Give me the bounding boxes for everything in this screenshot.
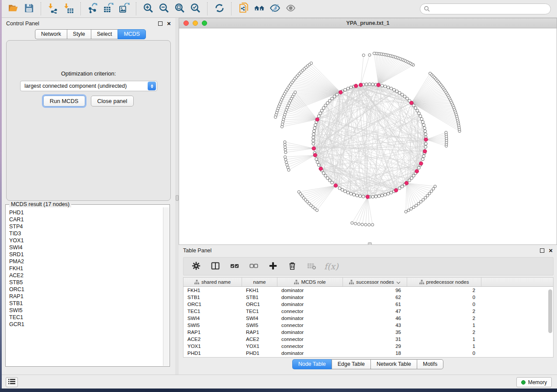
export-table-button[interactable]	[100, 1, 116, 16]
select-all-rows-button[interactable]	[228, 259, 241, 273]
cell-name: SWI4	[242, 316, 277, 321]
column-header-MCDS-role[interactable]: MCDS role	[277, 278, 343, 286]
mcds-result-item[interactable]: GCR1	[9, 321, 163, 328]
column-header-successor-nodes[interactable]: successor nodes	[343, 278, 407, 286]
delete-table-button[interactable]	[305, 259, 318, 273]
search-input[interactable]	[420, 3, 551, 14]
float-panel-icon[interactable]	[158, 21, 163, 26]
network-from-selection-button[interactable]	[235, 1, 251, 16]
table-row[interactable]: FKH1FKH1dominator962	[183, 287, 553, 294]
show-panels-button[interactable]	[6, 377, 18, 387]
open-folder-icon	[8, 3, 19, 15]
tab-motifs[interactable]: Motifs	[417, 359, 443, 369]
cell-MCDS-role: connector	[277, 337, 343, 342]
tab-network-table[interactable]: Network Table	[370, 359, 417, 369]
search-icon	[424, 6, 430, 12]
zoom-in-button[interactable]	[140, 1, 156, 16]
mcds-result-item[interactable]: TEC1	[9, 314, 163, 321]
table-row[interactable]: TEC1TEC1connector472	[183, 308, 553, 315]
export-image-button[interactable]	[116, 1, 132, 16]
hide-selected-button[interactable]	[267, 1, 283, 16]
network-window-titlebar[interactable]: YPA_prune.txt_1	[179, 18, 557, 28]
gear-icon	[191, 261, 201, 272]
column-layout-button[interactable]	[209, 259, 222, 273]
mcds-result-item[interactable]: PHD1	[9, 209, 163, 216]
table-row[interactable]: SWI5SWI5connector431	[183, 322, 553, 329]
vertical-splitter[interactable]	[175, 18, 179, 375]
import-network-button[interactable]	[45, 1, 61, 16]
mcds-result-item[interactable]: ACE2	[9, 272, 163, 279]
table-row[interactable]: SWI4SWI4dominator462	[183, 315, 553, 322]
deselect-all-rows-button[interactable]	[247, 259, 260, 273]
cell-name: SWI5	[242, 323, 277, 328]
table-row[interactable]: RAP1RAP1dominator352	[183, 329, 553, 336]
close-panel-icon[interactable]: ×	[549, 248, 553, 253]
toolbar-separator	[207, 2, 208, 15]
column-settings-button[interactable]	[190, 259, 203, 273]
column-header-name[interactable]: name	[242, 278, 277, 286]
show-all-button[interactable]	[283, 1, 298, 16]
memory-button[interactable]: Memory	[516, 377, 552, 387]
mcds-result-item[interactable]: RAP1	[9, 293, 163, 300]
table-toolbar: f(x)	[183, 257, 554, 275]
column-header-shared-name[interactable]: shared name	[183, 278, 242, 286]
open-file-button[interactable]	[5, 1, 21, 16]
mcds-result-item[interactable]: SWI5	[9, 307, 163, 314]
checked-boxes-icon	[230, 261, 239, 272]
mcds-result-item[interactable]: FKH1	[9, 265, 163, 272]
optimization-criterion-label: Optimization criterion:	[7, 70, 170, 77]
delete-column-button[interactable]	[286, 259, 299, 273]
column-header-predecessor-nodes[interactable]: predecessor nodes	[407, 278, 481, 286]
table-row[interactable]: ACE2ACE2connector311	[183, 336, 553, 343]
mcds-result-item[interactable]: ORC1	[9, 286, 163, 293]
tab-select[interactable]: Select	[91, 29, 118, 39]
first-neighbors-button[interactable]	[251, 1, 267, 16]
close-panel-button[interactable]: Close panel	[91, 96, 134, 107]
mcds-result-list[interactable]: PHD1CAR1STP4TID3YOX1SWI4SRD1PMA2FKH1ACE2…	[6, 207, 163, 366]
zoom-selected-icon	[190, 3, 201, 15]
function-builder-icon[interactable]: f(x)	[324, 261, 339, 271]
network-canvas[interactable]	[179, 28, 557, 244]
optimization-criterion-select[interactable]: largest connected component (undirected)	[20, 81, 157, 91]
import-table-icon	[63, 3, 74, 15]
tab-edge-table[interactable]: Edge Table	[332, 359, 370, 369]
zoom-fit-button[interactable]	[172, 1, 187, 16]
control-panel-title: Control Panel	[6, 21, 39, 27]
mcds-result-item[interactable]: TID3	[9, 230, 163, 237]
mcds-result-item[interactable]: STB1	[9, 300, 163, 307]
mcds-result-item[interactable]: CAR1	[9, 216, 163, 223]
table-row[interactable]: ORC1ORC1dominator610	[183, 301, 553, 308]
save-session-button[interactable]	[21, 1, 37, 16]
mcds-result-item[interactable]: SWI4	[9, 244, 163, 251]
cell-successor-nodes: 43	[343, 323, 407, 328]
tab-network[interactable]: Network	[35, 29, 67, 39]
mcds-result-item[interactable]: STB5	[9, 279, 163, 286]
eye-slash-icon	[270, 3, 280, 15]
table-row[interactable]: STB1STB1dominator620	[183, 294, 553, 301]
float-panel-icon[interactable]	[540, 248, 544, 253]
run-mcds-button[interactable]: Run MCDS	[43, 96, 85, 107]
sort-desc-icon	[397, 280, 401, 284]
tab-mcds[interactable]: MCDS	[118, 29, 146, 39]
mcds-result-item[interactable]: YOX1	[9, 237, 163, 244]
tab-node-table[interactable]: Node Table	[292, 359, 332, 369]
add-column-button[interactable]	[266, 259, 280, 273]
desktop-wallpaper-bottom	[0, 389, 557, 392]
mcds-result-scrollbar[interactable]	[163, 207, 169, 366]
import-network-icon	[48, 3, 59, 15]
table-scrollbar[interactable]	[548, 289, 552, 333]
import-table-button[interactable]	[61, 1, 76, 16]
splitter-grip[interactable]	[176, 195, 179, 201]
zoom-out-button[interactable]	[156, 1, 172, 16]
table-row[interactable]: YOX1YOX1connector291	[183, 343, 553, 350]
zoom-selected-button[interactable]	[187, 1, 203, 16]
table-header-row: shared namenameMCDS rolesuccessor nodesp…	[183, 278, 553, 287]
mcds-result-item[interactable]: SRD1	[9, 251, 163, 258]
table-row[interactable]: PHD1PHD1dominator180	[183, 350, 553, 357]
apply-layout-button[interactable]	[211, 1, 227, 16]
tab-style[interactable]: Style	[67, 29, 91, 39]
close-panel-icon[interactable]: ×	[167, 21, 171, 26]
mcds-result-item[interactable]: STP4	[9, 223, 163, 230]
mcds-result-item[interactable]: PMA2	[9, 258, 163, 265]
export-network-button[interactable]	[85, 1, 100, 16]
